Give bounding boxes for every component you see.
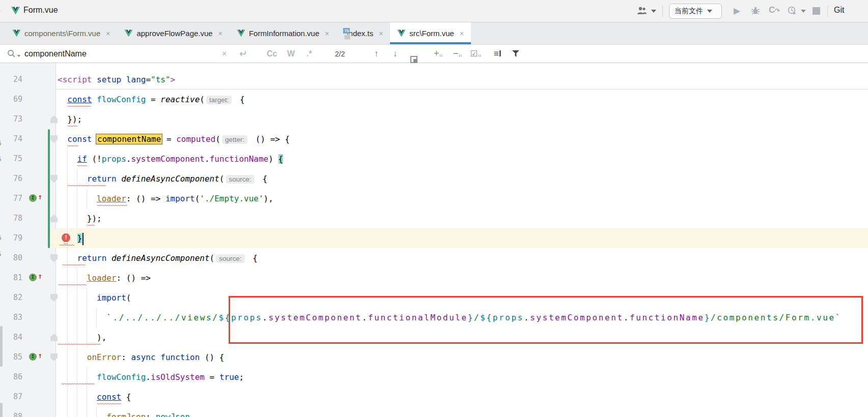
text-cursor <box>82 233 83 245</box>
code-line-76[interactable]: 76return defineAsyncComponent(source: { <box>0 169 868 189</box>
debug-icon[interactable] <box>751 6 760 15</box>
fold-marker-icon[interactable] <box>50 254 58 262</box>
fold-marker-icon[interactable] <box>50 294 58 302</box>
fold-marker-icon[interactable] <box>50 334 58 341</box>
search-dropdown-caret-icon[interactable] <box>17 54 21 56</box>
profiler-icon[interactable] <box>788 6 797 15</box>
tab-close-icon[interactable]: × <box>106 29 110 38</box>
run-icon[interactable]: ▶ <box>734 6 740 16</box>
vue-file-icon <box>12 29 21 37</box>
next-occurrence-icon[interactable]: ↓ <box>393 45 398 63</box>
find-toolbar: componentName × ↵ Cc W .* 2/2 ↑ ↓ +II −I… <box>0 45 868 63</box>
code-line-86[interactable]: 86flowConfig.isOldSystem = true; <box>0 367 868 387</box>
code-line-80[interactable]: 80return defineAsyncComponent(source: { <box>0 248 868 268</box>
select-all-occurrences-icon[interactable]: ☑II <box>470 45 482 63</box>
stop-icon[interactable] <box>813 7 820 15</box>
fold-marker-icon[interactable] <box>50 135 58 143</box>
annotation-rectangle <box>229 296 863 344</box>
tab-label: FormInformation.vue <box>249 29 319 38</box>
editor-tab-3[interactable]: FormInformation.vue× <box>230 22 337 44</box>
clear-search-icon[interactable]: × <box>222 45 227 63</box>
implementation-gutter-icon[interactable]: I <box>29 194 37 202</box>
code-text[interactable]: }); <box>58 208 102 228</box>
code-line-81[interactable]: 81I↑loader: () => <box>0 268 868 288</box>
code-line-79[interactable]: 79!} <box>0 228 868 248</box>
code-token: formJson <box>106 412 146 417</box>
code-line-75[interactable]: 75if (!props.systemComponent.functionNam… <box>0 149 868 169</box>
code-text[interactable]: if (!props.systemComponent.functionName)… <box>58 149 283 169</box>
tab-close-icon[interactable]: × <box>460 29 464 38</box>
fold-marker-icon[interactable] <box>50 215 58 222</box>
code-text[interactable]: return defineAsyncComponent(source: { <box>58 248 258 268</box>
git-widget[interactable]: Git <box>834 6 844 15</box>
warning-squiggle: ~~~~~~~~~~~~~~~~~~~~~~~~~~ <box>97 204 127 208</box>
code-token: = <box>146 95 160 104</box>
coverage-icon[interactable]: C↷ <box>769 5 780 15</box>
tab-close-icon[interactable]: × <box>218 29 222 38</box>
implementation-gutter-icon[interactable]: I <box>29 353 37 361</box>
clipped-edge-digit: 5 <box>0 250 4 258</box>
editor-tab-4[interactable]: TSindex.ts× <box>336 22 390 44</box>
code-token: { <box>121 392 131 402</box>
code-text[interactable]: formJson: newJson, <box>58 407 195 417</box>
code-line-78[interactable]: 78}); <box>0 208 868 228</box>
edge-scrollbar-fragment <box>0 326 3 367</box>
fold-marker-icon[interactable] <box>50 353 58 361</box>
line-number: 76 <box>0 169 22 189</box>
code-line-24[interactable]: 24<script setup lang="ts"> <box>0 70 868 90</box>
navigate-up-gutter-icon[interactable]: ↑ <box>38 351 42 360</box>
code-line-85[interactable]: 85I↑onError: async function () { <box>0 347 868 367</box>
newline-icon[interactable]: ↵ <box>239 45 247 63</box>
code-token: newJson <box>156 412 190 417</box>
implementation-gutter-icon[interactable]: I <box>29 274 37 281</box>
profiler-dropdown-caret-icon[interactable] <box>801 10 806 13</box>
search-icon[interactable] <box>7 45 21 63</box>
editor-tab-1[interactable]: components\Form.vue× <box>5 22 117 44</box>
code-token: <script <box>58 75 92 84</box>
code-line-87[interactable]: 87const { <box>0 387 868 407</box>
code-token: flowConfig <box>97 95 146 104</box>
users-dropdown-caret-icon[interactable] <box>651 10 656 13</box>
code-text[interactable]: <script setup lang="ts"> <box>58 70 175 90</box>
navigate-up-gutter-icon[interactable]: ↑ <box>38 192 42 201</box>
code-text[interactable]: loader: () => import('./Empty.vue'), <box>58 189 273 208</box>
code-line-74[interactable]: 74const componentName = computed(getter:… <box>0 129 868 149</box>
tab-label: index.ts <box>347 29 373 38</box>
code-text[interactable]: const componentName = computed(getter: (… <box>58 129 290 149</box>
fold-marker-icon[interactable] <box>50 175 58 183</box>
editor-tab-5[interactable]: src\Form.vue× <box>390 22 471 44</box>
navigate-up-gutter-icon[interactable]: ↑ <box>38 272 42 281</box>
tab-label: src\Form.vue <box>409 29 454 38</box>
code-token: return <box>87 174 117 184</box>
code-token: () => { <box>250 134 290 144</box>
editor-tab-2[interactable]: approveFlowPage.vue× <box>117 22 229 44</box>
code-line-73[interactable]: 73}); <box>0 109 868 129</box>
match-case-toggle[interactable]: Cc <box>267 45 277 63</box>
warning-squiggle: ~~~~~~~~~~~~~~~~~~~~~~~~~~ <box>67 125 77 129</box>
code-token: ) <box>268 154 278 164</box>
whole-words-toggle[interactable]: W <box>287 45 295 63</box>
code-text[interactable]: onError: async function () { <box>58 347 225 367</box>
code-token: }); <box>87 214 102 223</box>
filter-search-results-icon[interactable]: ≡I <box>494 45 501 63</box>
warning-squiggle: ~~~~~~~~~~~~~~~~~~~~~~~~~~ <box>97 403 121 406</box>
code-line-88[interactable]: 88formJson: newJson, <box>0 407 868 417</box>
filter-funnel-icon[interactable] <box>512 45 519 63</box>
code-token <box>92 95 97 104</box>
code-line-77[interactable]: 77I↑loader: () => import('./Empty.vue'), <box>0 189 868 208</box>
warning-squiggle: ~~~~~~~~~~~~~~~~~~~~~~~~~~ <box>58 343 100 347</box>
previous-occurrence-icon[interactable]: ↑ <box>374 45 379 63</box>
search-input[interactable]: componentName <box>24 45 87 63</box>
run-config-selector[interactable]: 当前文件 <box>669 4 722 19</box>
fold-marker-icon[interactable] <box>50 115 58 123</box>
remove-selection-icon[interactable]: −II <box>453 45 462 63</box>
tab-close-icon[interactable]: × <box>325 29 329 38</box>
regex-toggle[interactable]: .* <box>306 45 312 63</box>
code-line-69[interactable]: 69const flowConfig = reactive(target: { <box>0 90 868 109</box>
code-editor[interactable]: 24<script setup lang="ts">69const flowCo… <box>0 63 868 417</box>
code-text[interactable]: import( <box>58 288 131 308</box>
users-icon[interactable] <box>636 6 648 15</box>
tab-close-icon[interactable]: × <box>379 29 383 38</box>
code-token: if <box>77 154 87 164</box>
add-selection-icon[interactable]: +II <box>434 45 443 63</box>
